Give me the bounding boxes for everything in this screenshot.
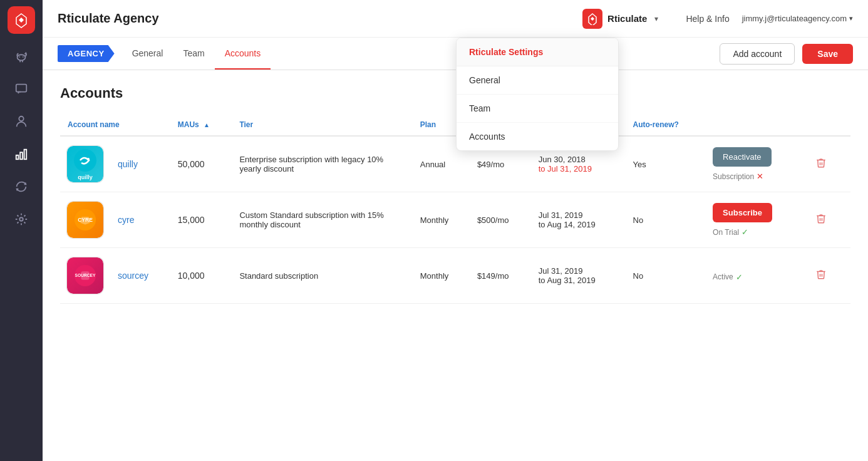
settings-icon — [14, 212, 28, 229]
chart-icon — [14, 147, 28, 164]
sidebar — [0, 0, 43, 461]
sidebar-item-chart[interactable] — [8, 142, 35, 169]
dropdown-overlay[interactable]: Rticulate Settings General Team Accounts — [43, 38, 868, 461]
brand-name: Rticulate — [607, 13, 647, 24]
person-icon — [14, 115, 28, 132]
topbar: Rticulate Agency Rticulate ▾ Help & Info… — [43, 0, 868, 38]
user-email: jimmy.j@rticulateagency.com — [742, 14, 847, 23]
sidebar-item-person[interactable] — [8, 109, 35, 137]
sidebar-item-sync[interactable] — [8, 174, 35, 202]
svg-point-8 — [19, 217, 23, 221]
sidebar-item-chat[interactable] — [8, 76, 35, 104]
dropdown-item-team[interactable]: Team — [457, 95, 618, 123]
sidebar-item-settings[interactable] — [8, 207, 35, 234]
user-menu[interactable]: jimmy.j@rticulateagency.com ▾ — [742, 14, 853, 23]
app-title: Rticulate Agency — [58, 11, 575, 26]
chat-icon — [14, 82, 28, 99]
main-content: Rticulate Agency Rticulate ▾ Help & Info… — [43, 0, 868, 461]
user-chevron-icon: ▾ — [849, 14, 853, 23]
brand-chevron-icon: ▾ — [654, 14, 658, 23]
pig-icon — [14, 49, 28, 66]
svg-rect-3 — [16, 84, 27, 91]
dropdown-item-general[interactable]: General — [457, 66, 618, 95]
sidebar-item-pig[interactable] — [8, 44, 35, 71]
svg-rect-6 — [20, 152, 23, 159]
help-info-button[interactable]: Help & Info — [678, 10, 736, 28]
sync-icon — [14, 180, 28, 197]
brand-logo — [582, 9, 602, 29]
svg-rect-5 — [16, 155, 19, 158]
app-logo[interactable] — [8, 6, 35, 34]
svg-point-2 — [23, 56, 24, 58]
svg-point-1 — [19, 56, 20, 58]
svg-point-4 — [19, 116, 23, 120]
dropdown-header: Rticulate Settings — [457, 38, 618, 66]
brand-dropdown-trigger[interactable]: Rticulate ▾ — [575, 5, 666, 33]
dropdown-item-accounts[interactable]: Accounts — [457, 123, 618, 150]
svg-rect-7 — [24, 149, 27, 159]
svg-point-0 — [18, 54, 26, 60]
dropdown-menu: Rticulate Settings General Team Accounts — [456, 38, 619, 151]
